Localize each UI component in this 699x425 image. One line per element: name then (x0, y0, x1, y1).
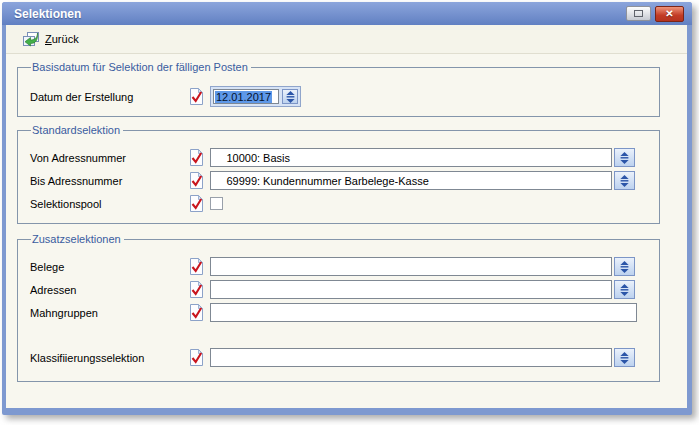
selektionspool-checkbox[interactable] (210, 197, 223, 210)
restore-window-icon (634, 10, 643, 17)
up-down-spinner-icon (620, 284, 629, 296)
field-label: Klassifiierungsselektion (30, 352, 189, 364)
field-label: Bis Adressnummer (30, 175, 189, 187)
up-down-spinner-icon (620, 175, 629, 187)
group-zusatzselektionen: Zusatzselektionen Belege (17, 233, 660, 382)
document-check-icon[interactable] (189, 148, 204, 167)
field-label: Adressen (30, 284, 189, 296)
row-von-adressnummer: Von Adressnummer 10000: Basis (30, 148, 659, 167)
spinner-button[interactable] (614, 257, 635, 276)
spinner-button[interactable] (614, 348, 635, 367)
klassifiierungsselektion-field[interactable] (210, 348, 612, 367)
group-standardselektion: Standardselektion Von Adressnummer 10000… (17, 124, 660, 224)
row-adressen: Adressen (30, 280, 659, 299)
group-title: Basisdatum für Selektion der fälligen Po… (31, 61, 251, 73)
belege-field[interactable] (210, 257, 612, 276)
row-klassifiierungsselektion: Klassifiierungsselektion (30, 348, 659, 367)
von-adressnummer-field[interactable]: 10000: Basis (210, 148, 612, 167)
document-check-icon[interactable] (189, 280, 204, 299)
adressen-field[interactable] (210, 280, 612, 299)
date-control: 12.01.2017 (210, 86, 301, 107)
form-content: Basisdatum für Selektion der fälligen Po… (6, 54, 687, 382)
document-check-icon[interactable] (189, 87, 204, 106)
combo-value-text: : Basis (257, 152, 290, 164)
field-label: Von Adressnummer (30, 152, 189, 164)
back-button[interactable]: Zurück (16, 28, 85, 50)
mahngruppen-field[interactable] (210, 303, 637, 322)
group-title: Standardselektion (31, 124, 123, 136)
spinner-button[interactable] (614, 171, 635, 190)
row-bis-adressnummer: Bis Adressnummer 69999: Kundennummer Bar… (30, 171, 659, 190)
spinner-button[interactable] (614, 280, 635, 299)
date-input[interactable]: 12.01.2017 (213, 89, 279, 104)
up-down-spinner-icon (620, 152, 629, 164)
dialog-window: Selektionen ✕ Zurück Basi (2, 2, 692, 415)
up-down-spinner-icon (620, 352, 629, 364)
combo-value-number: 69999 (211, 175, 257, 187)
dialog-client-area: Zurück Basisdatum für Selektion der fäll… (6, 25, 687, 408)
row-mahngruppen: Mahngruppen (30, 303, 659, 322)
titlebar[interactable]: Selektionen ✕ (2, 2, 692, 25)
document-check-icon[interactable] (189, 348, 204, 367)
date-spinner-button[interactable] (282, 89, 298, 104)
group-basisdatum: Basisdatum für Selektion der fälligen Po… (17, 61, 660, 117)
document-check-icon[interactable] (189, 257, 204, 276)
back-arrow-pages-icon (22, 31, 40, 47)
up-down-spinner-icon (286, 91, 295, 103)
document-check-icon[interactable] (189, 194, 204, 213)
close-button[interactable]: ✕ (655, 6, 684, 22)
combo-value-text: : Kundennummer Barbelege-Kasse (257, 175, 429, 187)
spinner-button[interactable] (614, 148, 635, 167)
toolbar: Zurück (6, 25, 687, 54)
field-label: Selektionspool (30, 198, 189, 210)
document-check-icon[interactable] (189, 171, 204, 190)
window-title: Selektionen (14, 7, 81, 21)
group-title: Zusatzselektionen (31, 233, 124, 245)
back-button-label: Zurück (45, 33, 79, 45)
row-selektionspool: Selektionspool (30, 194, 659, 213)
field-label: Belege (30, 261, 189, 273)
field-label: Mahngruppen (30, 307, 189, 319)
document-check-icon[interactable] (189, 303, 204, 322)
row-datum-der-erstellung: Datum der Erstellung 12.01.2017 (30, 87, 659, 106)
row-belege: Belege (30, 257, 659, 276)
bis-adressnummer-field[interactable]: 69999: Kundennummer Barbelege-Kasse (210, 171, 612, 190)
titlebar-buttons: ✕ (626, 6, 684, 22)
close-icon: ✕ (665, 9, 673, 19)
date-value-selected: 12.01.2017 (215, 91, 272, 103)
up-down-spinner-icon (620, 261, 629, 273)
restore-button[interactable] (626, 6, 651, 21)
field-label: Datum der Erstellung (30, 91, 189, 103)
combo-value-number: 10000 (211, 152, 257, 164)
